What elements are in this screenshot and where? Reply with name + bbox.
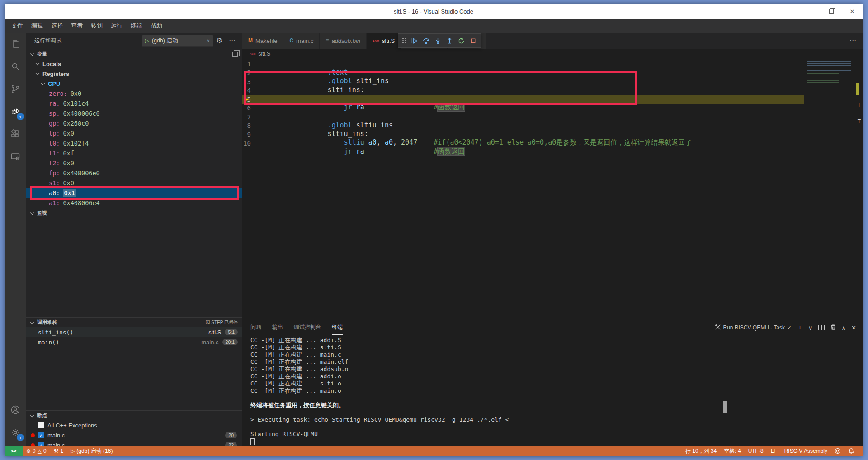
accounts-button[interactable] [5, 399, 26, 421]
tree-item-cpu[interactable]: CPU [26, 79, 242, 89]
remote-indicator[interactable]: >< [5, 446, 23, 456]
step-out-button[interactable] [443, 35, 455, 47]
minimap[interactable] [807, 61, 853, 86]
menu-item[interactable]: 运行 [107, 20, 127, 32]
breakpoint-row[interactable]: ✓ main.c 22 [26, 440, 242, 446]
register-row[interactable]: t0: 0x102f4 [26, 138, 242, 148]
line-number: 1 [242, 61, 262, 68]
panel-tab[interactable]: 问题 [250, 320, 261, 335]
sidebar-more-actions[interactable]: ⋯ [226, 37, 239, 45]
menu-item[interactable]: 查看 [67, 20, 87, 32]
menu-item[interactable]: 文件 [7, 20, 27, 32]
editor-tab[interactable]: C main.c [283, 33, 320, 49]
watch-header[interactable]: 监视 [26, 208, 242, 218]
variables-header[interactable]: 变量 [26, 49, 242, 59]
code-line[interactable]: 10 jr ra #函数返回 [242, 139, 804, 148]
running-tasks-status[interactable]: ⚒ 1 [50, 446, 67, 456]
menu-item[interactable]: 终端 [127, 20, 146, 32]
register-row[interactable]: t1: 0xf [26, 148, 242, 158]
register-row[interactable]: sp: 0x408006c0 [26, 108, 242, 118]
activity-source-control[interactable] [5, 78, 26, 100]
debug-settings-gear[interactable]: ⚙ [213, 37, 226, 45]
register-name: tp [49, 130, 56, 137]
debug-session-status[interactable]: ▷ (gdb) 启动 (16) [67, 446, 116, 456]
restart-button[interactable] [455, 35, 467, 47]
breakpoint-checkbox[interactable]: ✓ [38, 422, 44, 428]
register-row[interactable]: a0: 0x1 [26, 188, 242, 198]
indentation-status[interactable]: 空格: 4 [720, 447, 744, 455]
register-value: 0x0 [71, 90, 81, 97]
activity-remote-explorer[interactable] [5, 146, 26, 168]
cursor-position-status[interactable]: 行 10，列 34 [682, 447, 720, 455]
register-row[interactable]: ra: 0x101c4 [26, 99, 242, 108]
step-into-button[interactable] [432, 35, 443, 47]
breakpoints-header[interactable]: 断点 [26, 410, 242, 420]
terminal-dropdown-icon[interactable]: ∨ [808, 324, 813, 331]
call-stack-header[interactable]: 调用堆栈 因 STEP 已暂停 [26, 317, 242, 327]
settings-button[interactable]: 1 [5, 421, 26, 444]
step-over-button[interactable] [420, 35, 432, 47]
menu-item[interactable]: 帮助 [146, 20, 166, 32]
new-terminal-button[interactable]: ＋ [797, 324, 803, 332]
activity-extensions[interactable] [5, 123, 26, 146]
panel-tab[interactable]: 终端 [332, 320, 343, 335]
register-row[interactable]: tp: 0x0 [26, 128, 242, 138]
minimize-button[interactable]: — [800, 4, 821, 19]
breadcrumb[interactable]: ASM slti.S [242, 49, 863, 59]
split-terminal-icon[interactable] [818, 325, 825, 330]
encoding-status[interactable]: UTF-8 [745, 448, 767, 454]
collapse-all-icon[interactable] [232, 52, 238, 57]
activity-search[interactable] [5, 55, 26, 78]
overview-ruler-letter: T [858, 118, 861, 125]
editor-tab[interactable]: ASM slti.S [367, 33, 401, 49]
breakpoint-checkbox[interactable]: ✓ [38, 442, 44, 446]
maximize-panel-icon[interactable]: ∧ [842, 324, 846, 331]
more-actions-icon[interactable]: ⋯ [849, 37, 856, 45]
register-row[interactable]: zero: 0x0 [26, 89, 242, 99]
execution-arrow-icon: ▶ [245, 96, 249, 102]
stop-button[interactable] [467, 35, 479, 47]
split-editor-icon[interactable] [837, 38, 843, 43]
terminal-output[interactable]: CC -[M] 正在构建 ... addi.SCC -[M] 正在构建 ... … [242, 335, 863, 446]
stack-frame-row[interactable]: main() main.c 20:1 [26, 337, 242, 347]
restore-button[interactable] [821, 4, 842, 19]
eol-status[interactable]: LF [767, 448, 781, 454]
breakpoint-row[interactable]: ✓ main.c 20 [26, 430, 242, 440]
kill-terminal-icon[interactable] [830, 324, 836, 332]
register-row[interactable]: s1: 0x0 [26, 178, 242, 188]
breakpoint-row[interactable]: ✓ All C++ Exceptions [26, 420, 242, 430]
tree-item-locals[interactable]: Locals [26, 59, 242, 69]
activity-explorer[interactable] [5, 33, 26, 55]
terminal-scrollbar-thumb[interactable] [723, 401, 727, 413]
desktop-background: slti.S - 16 - Visual Studio Code — ✕ 文件编… [0, 0, 868, 460]
menu-item[interactable]: 选择 [47, 20, 67, 32]
editor-tab[interactable]: ≡ addsub.bin [320, 33, 367, 49]
language-mode-status[interactable]: RISC-V Assembly [781, 448, 831, 454]
line-number: 8 [242, 122, 262, 129]
panel-tab[interactable]: 调试控制台 [294, 320, 321, 335]
start-debug-icon[interactable]: ▷ [145, 38, 149, 44]
panel-tab[interactable]: 输出 [272, 320, 283, 335]
menu-item[interactable]: 编辑 [27, 20, 47, 32]
code-editor[interactable]: 1 .text 2 .globl slti_ins [242, 59, 863, 320]
terminal-task-entry[interactable]: Run RISCV-QEMU - Task ✓ [715, 324, 792, 332]
editor-tab[interactable]: M Makefile [242, 33, 283, 49]
close-button[interactable]: ✕ [842, 4, 863, 19]
register-row[interactable]: fp: 0x408006e0 [26, 168, 242, 178]
breakpoint-checkbox[interactable]: ✓ [38, 432, 44, 438]
continue-button[interactable] [408, 35, 420, 47]
menu-item[interactable]: 转到 [87, 20, 107, 32]
toolbar-drag-handle[interactable] [402, 38, 406, 43]
register-row[interactable]: gp: 0x268c0 [26, 118, 242, 128]
activity-run-debug[interactable]: 1 [5, 100, 26, 123]
problems-status[interactable]: ⊗ 0 △ 0 [23, 446, 50, 456]
feedback-button[interactable] [831, 448, 844, 454]
register-row[interactable]: t2: 0x0 [26, 158, 242, 168]
register-value: 0x0 [63, 130, 74, 137]
close-panel-icon[interactable]: ✕ [851, 324, 856, 331]
tree-item-registers[interactable]: Registers [26, 69, 242, 79]
stack-frame-row[interactable]: slti_ins() slti.S 5:1 [26, 327, 242, 337]
debug-config-dropdown[interactable]: ▷ (gdb) 启动 ∨ [142, 35, 213, 47]
notifications-button[interactable] [844, 448, 858, 454]
register-row[interactable]: a1: 0x408006e4 [26, 198, 242, 208]
